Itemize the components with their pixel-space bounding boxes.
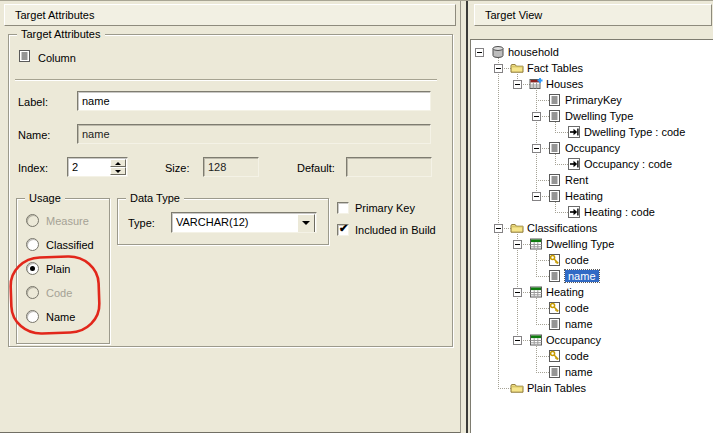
target-view-tree[interactable]: householdFact TablesHousesPrimaryKeyDwel… bbox=[470, 39, 713, 433]
tree-item-code[interactable]: code bbox=[565, 349, 589, 363]
tree-item-code[interactable]: code bbox=[565, 253, 589, 267]
pane-title-text: Target Attributes bbox=[15, 9, 95, 21]
tree-item-heating[interactable]: Heating bbox=[565, 189, 603, 203]
default-input bbox=[346, 157, 432, 177]
tree-expander-collapse[interactable] bbox=[513, 240, 522, 249]
label-field-label: Label: bbox=[18, 95, 48, 109]
tree-item-occupancy[interactable]: Occupancy bbox=[565, 141, 620, 155]
tree-item-houses[interactable]: Houses bbox=[546, 77, 583, 91]
tree-item-label: name bbox=[565, 366, 593, 378]
tree-item-household[interactable]: household bbox=[508, 45, 559, 59]
usage-radio-classified[interactable]: Classified bbox=[26, 238, 94, 251]
tree-expander-collapse[interactable] bbox=[532, 144, 541, 153]
link-icon bbox=[567, 125, 581, 139]
target-attributes-pane: Target Attributes Target Attributes Colu… bbox=[0, 1, 461, 433]
tree-item-code[interactable]: code bbox=[565, 301, 589, 315]
tree-item-dwelling-type[interactable]: Dwelling Type bbox=[546, 237, 614, 251]
column-icon bbox=[548, 173, 562, 187]
key-icon bbox=[548, 301, 562, 315]
usage-radio-plain[interactable]: Plain bbox=[26, 262, 94, 275]
table-class-icon bbox=[529, 333, 543, 347]
column-icon bbox=[548, 269, 562, 283]
tree-expander-collapse[interactable] bbox=[513, 80, 522, 89]
tree-item-plain-tables[interactable]: Plain Tables bbox=[527, 381, 586, 395]
included-in-build-checkbox-row[interactable]: ✔ Included in Build bbox=[337, 223, 436, 236]
index-spinner[interactable]: 2 bbox=[67, 157, 128, 177]
usage-radio-name[interactable]: Name bbox=[26, 310, 94, 323]
tree-connector bbox=[517, 234, 518, 340]
table-class-icon bbox=[529, 237, 543, 251]
tree-expander-collapse[interactable] bbox=[494, 224, 503, 233]
table-class-icon bbox=[529, 285, 543, 299]
tree-item-heating-code[interactable]: Heating : code bbox=[584, 205, 655, 219]
tree-item-occupancy[interactable]: Occupancy bbox=[546, 333, 601, 347]
column-icon bbox=[548, 109, 562, 123]
tree-item-dwelling-type[interactable]: Dwelling Type bbox=[565, 109, 633, 123]
tree-expander-collapse[interactable] bbox=[532, 112, 541, 121]
tree-expander-collapse[interactable] bbox=[532, 192, 541, 201]
column-icon bbox=[548, 317, 562, 331]
tree-expander-collapse[interactable] bbox=[513, 288, 522, 297]
tree-item-label: PrimaryKey bbox=[565, 94, 622, 106]
tree-expander-collapse[interactable] bbox=[475, 48, 484, 57]
type-combobox-value: VARCHAR(12) bbox=[176, 216, 249, 228]
tree-item-classifications[interactable]: Classifications bbox=[527, 221, 597, 235]
target-view-pane: Target View householdFact TablesHousesPr… bbox=[466, 1, 713, 433]
column-icon bbox=[548, 189, 562, 203]
radio-label: Plain bbox=[46, 263, 70, 275]
spin-down-button[interactable] bbox=[110, 167, 126, 175]
tree-item-label: Heating bbox=[546, 286, 584, 298]
tree-item-label: name bbox=[565, 318, 593, 330]
tree-expander-collapse[interactable] bbox=[513, 336, 522, 345]
tree-item-dwelling-type-code[interactable]: Dwelling Type : code bbox=[584, 125, 685, 139]
combobox-dropdown-button[interactable] bbox=[297, 214, 315, 233]
separator bbox=[15, 79, 437, 80]
tree-item-name[interactable]: name bbox=[565, 317, 593, 331]
up-arrow-icon bbox=[115, 162, 121, 165]
primary-key-checkbox[interactable] bbox=[337, 202, 349, 214]
tree-item-label: Dwelling Type bbox=[546, 238, 614, 250]
included-in-build-label: Included in Build bbox=[355, 224, 436, 236]
usage-radio-code: Code bbox=[26, 286, 94, 299]
type-field-label: Type: bbox=[128, 216, 155, 230]
tree-item-name[interactable]: name bbox=[565, 269, 599, 283]
tree-item-label: Classifications bbox=[527, 222, 597, 234]
tree-item-label: Plain Tables bbox=[527, 382, 586, 394]
tree-connector bbox=[555, 154, 556, 164]
radio-label: Name bbox=[46, 311, 75, 323]
checkmark-icon: ✔ bbox=[339, 222, 348, 235]
tree-item-label: Houses bbox=[546, 78, 583, 90]
tree-item-label: Heating bbox=[565, 190, 603, 202]
groupbox-title: Target Attributes bbox=[17, 27, 105, 41]
tree-item-label: code bbox=[565, 254, 589, 266]
spin-up-button[interactable] bbox=[110, 159, 126, 167]
data-type-groupbox-title: Data Type bbox=[126, 191, 184, 205]
usage-groupbox: Usage MeasureClassifiedPlainCodeName bbox=[16, 198, 110, 344]
entity-type-label: Column bbox=[38, 51, 76, 65]
tree-item-primarykey[interactable]: PrimaryKey bbox=[565, 93, 622, 107]
database-icon bbox=[491, 45, 505, 59]
name-input: name bbox=[77, 124, 431, 144]
included-in-build-checkbox[interactable]: ✔ bbox=[337, 224, 349, 236]
tree-item-heating[interactable]: Heating bbox=[546, 285, 584, 299]
tree-item-name[interactable]: name bbox=[565, 365, 593, 379]
tree-connector bbox=[555, 122, 556, 132]
data-type-groupbox: Data Type Type: VARCHAR(12) bbox=[117, 198, 329, 245]
label-input[interactable] bbox=[77, 91, 431, 111]
tree-connector bbox=[555, 202, 556, 212]
radio-button-icon[interactable] bbox=[26, 262, 39, 275]
default-field-label: Default: bbox=[297, 161, 335, 175]
radio-button-icon[interactable] bbox=[26, 238, 39, 251]
primary-key-checkbox-row[interactable]: Primary Key bbox=[337, 201, 415, 214]
tree-item-fact-tables[interactable]: Fact Tables bbox=[527, 61, 583, 75]
tree-item-occupancy-code[interactable]: Occupancy : code bbox=[584, 157, 672, 171]
tree-connector bbox=[536, 346, 537, 372]
folder-icon bbox=[510, 221, 524, 235]
folder-icon bbox=[510, 61, 524, 75]
tree-item-rent[interactable]: Rent bbox=[565, 173, 588, 187]
tree-expander-collapse[interactable] bbox=[494, 64, 503, 73]
type-combobox[interactable]: VARCHAR(12) bbox=[171, 212, 317, 233]
down-arrow-icon bbox=[115, 170, 121, 173]
radio-button-icon[interactable] bbox=[26, 310, 39, 323]
primary-key-label: Primary Key bbox=[355, 202, 415, 214]
